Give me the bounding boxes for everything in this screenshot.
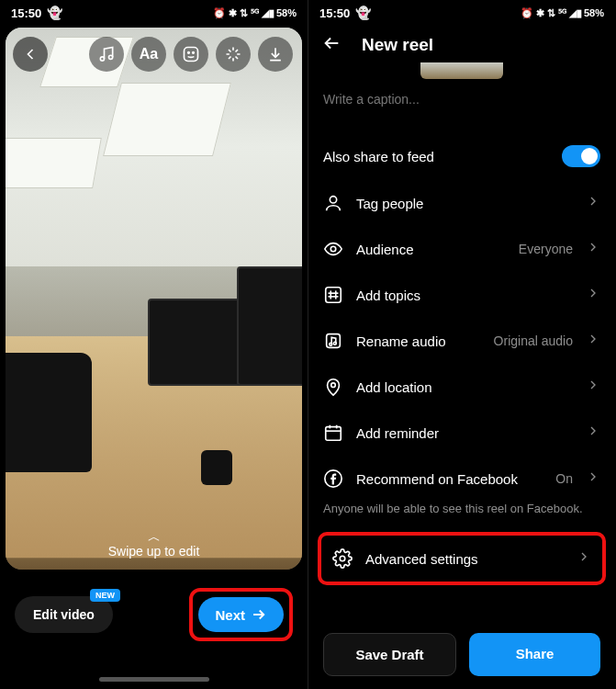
rename-audio-value: Original audio xyxy=(494,333,573,348)
svg-rect-14 xyxy=(327,334,341,348)
arrow-left-icon xyxy=(321,33,342,53)
svg-point-17 xyxy=(331,383,336,388)
editor-screen: 15:50 👻 ⏰ ✱ ⇅ ⁵ᴳ ◢▮ 58% xyxy=(0,0,308,689)
svg-rect-18 xyxy=(326,427,342,441)
chevron-right-icon xyxy=(586,378,600,392)
new-reel-screen: 15:50 👻 ⏰ ✱ ⇅ ⁵ᴳ ◢▮ 58% New reel Write a… xyxy=(308,0,615,689)
back-button[interactable] xyxy=(13,37,48,72)
svg-rect-2 xyxy=(185,48,198,62)
status-battery: 58% xyxy=(276,7,297,18)
status-battery: 58% xyxy=(584,7,604,18)
calendar-icon xyxy=(323,423,343,443)
share-to-feed-row: Also share to feed xyxy=(308,132,615,180)
recommend-fb-value: On xyxy=(555,471,573,486)
text-icon: Aa xyxy=(140,46,158,62)
next-button[interactable]: Next xyxy=(198,597,284,632)
svg-point-4 xyxy=(193,52,195,54)
download-button[interactable] xyxy=(258,37,293,72)
snapchat-icon: 👻 xyxy=(47,6,62,20)
swipe-hint: ︿ Swipe up to edit xyxy=(6,529,302,559)
share-to-feed-toggle[interactable] xyxy=(562,145,600,167)
chevron-right-icon xyxy=(586,240,600,254)
download-icon xyxy=(266,45,285,63)
status-bar: 15:50 👻 ⏰ ✱ ⇅ ⁵ᴳ ◢▮ 58% xyxy=(308,0,615,24)
new-badge: NEW xyxy=(90,589,120,602)
status-time: 15:50 xyxy=(319,6,350,20)
audience-row[interactable]: Audience Everyone xyxy=(308,226,615,272)
svg-point-1 xyxy=(109,55,113,59)
chevron-right-icon xyxy=(586,469,600,484)
person-icon xyxy=(323,193,343,213)
status-time: 15:50 xyxy=(11,6,41,20)
facebook-icon xyxy=(323,469,343,489)
add-topics-row[interactable]: Add topics xyxy=(308,272,615,318)
gear-icon xyxy=(332,548,353,569)
music-button[interactable] xyxy=(89,37,124,72)
edit-video-button[interactable]: Edit video NEW xyxy=(15,596,113,633)
hashtag-icon xyxy=(323,285,343,305)
back-button[interactable] xyxy=(321,33,342,57)
audio-icon xyxy=(323,331,343,351)
advanced-settings-row[interactable]: Advanced settings xyxy=(327,536,597,582)
editor-footer: Edit video NEW Next xyxy=(0,588,308,641)
svg-point-15 xyxy=(330,343,332,345)
share-button[interactable]: Share xyxy=(469,633,600,676)
tag-people-row[interactable]: Tag people xyxy=(308,180,615,226)
chevron-right-icon xyxy=(577,549,591,564)
add-location-row[interactable]: Add location xyxy=(308,364,615,410)
svg-point-7 xyxy=(330,197,336,203)
editor-toolbar: Aa xyxy=(6,37,293,72)
add-reminder-row[interactable]: Add reminder xyxy=(308,410,615,456)
svg-point-16 xyxy=(333,342,336,344)
audience-value: Everyone xyxy=(519,242,573,256)
next-highlight: Next xyxy=(189,588,293,641)
chevron-right-icon xyxy=(586,194,600,209)
chevron-left-icon xyxy=(21,45,39,63)
sticker-icon xyxy=(182,45,200,63)
recommend-fb-subtext: Anyone will be able to see this reel on … xyxy=(308,502,615,526)
chevron-right-icon xyxy=(586,286,600,300)
music-icon xyxy=(97,45,116,63)
text-button[interactable]: Aa xyxy=(131,37,166,72)
arrow-right-icon xyxy=(251,606,267,623)
header: New reel xyxy=(308,24,615,62)
share-to-feed-label: Also share to feed xyxy=(323,149,562,164)
page-title: New reel xyxy=(362,35,433,55)
recommend-facebook-row[interactable]: Recommend on Facebook On xyxy=(308,456,615,502)
eye-icon xyxy=(323,239,343,259)
video-preview[interactable]: Aa ︿ Swipe up to edit xyxy=(6,28,302,570)
action-bar: Save Draft Share xyxy=(308,633,615,676)
sticker-button[interactable] xyxy=(174,37,208,72)
effects-button[interactable] xyxy=(216,37,251,72)
svg-point-0 xyxy=(100,57,104,61)
reel-thumbnail[interactable] xyxy=(420,62,503,79)
status-indicators: ⏰ ✱ ⇅ ⁵ᴳ ◢▮ xyxy=(521,7,582,19)
chevron-right-icon xyxy=(586,424,600,438)
snapchat-icon: 👻 xyxy=(355,6,371,20)
status-bar: 15:50 👻 ⏰ ✱ ⇅ ⁵ᴳ ◢▮ 58% xyxy=(0,0,308,24)
status-indicators: ⏰ ✱ ⇅ ⁵ᴳ ◢▮ xyxy=(213,7,274,19)
save-draft-button[interactable]: Save Draft xyxy=(323,633,456,676)
chevron-right-icon xyxy=(586,332,600,346)
advanced-highlight: Advanced settings xyxy=(318,532,606,585)
nav-handle[interactable] xyxy=(99,677,209,682)
svg-point-3 xyxy=(188,52,190,54)
svg-rect-9 xyxy=(326,288,342,303)
caption-input[interactable]: Write a caption... xyxy=(308,83,615,132)
location-icon xyxy=(323,377,343,397)
rename-audio-row[interactable]: Rename audio Original audio xyxy=(308,318,615,364)
sparkle-icon xyxy=(224,45,242,63)
svg-point-8 xyxy=(330,246,336,252)
svg-point-23 xyxy=(340,556,345,561)
